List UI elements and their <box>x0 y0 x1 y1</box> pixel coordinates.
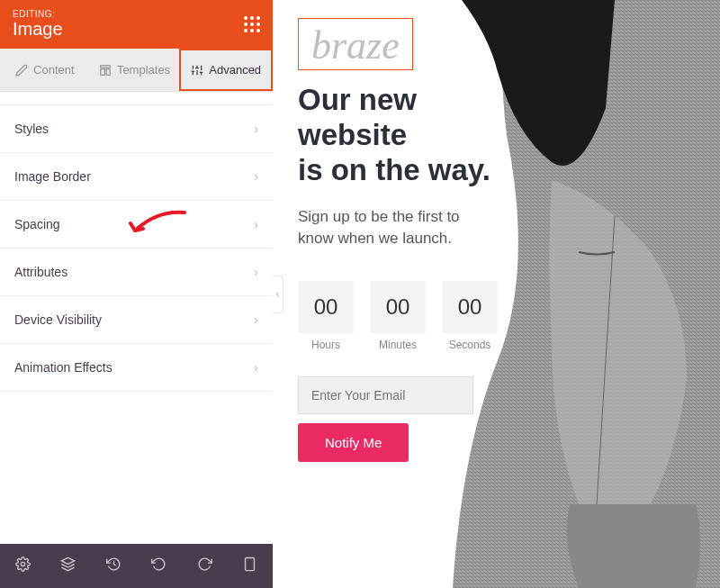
tab-label: Templates <box>117 63 170 77</box>
svg-rect-2 <box>106 68 110 74</box>
sliders-icon <box>191 64 203 77</box>
mobile-icon[interactable] <box>242 556 257 575</box>
brand-logo: braze <box>311 26 400 66</box>
chevron-right-icon: › <box>254 169 258 184</box>
countdown-seconds: 00 Seconds <box>442 281 498 351</box>
section-animation-effects[interactable]: Animation Effects › <box>0 344 273 392</box>
section-attributes[interactable]: Attributes › <box>0 249 273 296</box>
chevron-right-icon: › <box>254 360 258 375</box>
settings-sections: Styles › Image Border › Spacing › Attrib… <box>0 92 273 544</box>
section-spacing[interactable]: Spacing › <box>0 201 273 249</box>
logo-selection-box[interactable]: braze <box>298 18 413 70</box>
svg-rect-1 <box>101 68 105 74</box>
section-label: Styles <box>14 122 49 136</box>
section-label: Spacing <box>14 217 60 231</box>
countdown-value: 00 <box>298 281 354 333</box>
countdown-label: Minutes <box>370 339 426 351</box>
countdown-label: Hours <box>298 339 354 351</box>
undo-icon[interactable] <box>151 556 166 575</box>
editor-footer <box>0 544 273 588</box>
annotation-arrow-icon <box>122 205 194 250</box>
template-icon <box>99 64 112 77</box>
email-input[interactable] <box>298 376 473 414</box>
editing-label: EDITING: <box>13 9 63 19</box>
settings-icon[interactable] <box>15 556 31 575</box>
chevron-right-icon: › <box>254 312 258 327</box>
countdown-value: 00 <box>442 281 498 333</box>
section-image-border[interactable]: Image Border › <box>0 153 273 201</box>
section-label: Device Visibility <box>14 312 102 327</box>
preview-content: braze Our new website is on the way. Sig… <box>273 0 547 462</box>
countdown-minutes: 00 Minutes <box>370 281 426 351</box>
redo-icon[interactable] <box>197 556 212 575</box>
editor-sidebar: EDITING: Image Content Templates Advance… <box>0 0 273 588</box>
editor-header: EDITING: Image <box>0 0 273 49</box>
section-label: Animation Effects <box>14 360 112 375</box>
apps-grid-icon[interactable] <box>244 16 260 32</box>
svg-marker-13 <box>62 557 75 564</box>
section-styles[interactable]: Styles › <box>0 104 273 153</box>
tab-content[interactable]: Content <box>0 49 90 91</box>
svg-rect-14 <box>246 557 255 570</box>
headline: Our new website is on the way. <box>298 83 547 188</box>
svg-rect-0 <box>101 65 111 67</box>
svg-point-12 <box>21 562 24 565</box>
subtext: Sign up to be the first to know when we … <box>298 206 547 249</box>
chevron-right-icon: › <box>254 265 258 279</box>
history-icon[interactable] <box>106 556 122 575</box>
countdown-value: 00 <box>370 281 426 333</box>
countdown-hours: 00 Hours <box>298 281 354 351</box>
chevron-right-icon: › <box>254 217 258 231</box>
section-label: Attributes <box>14 265 68 279</box>
section-device-visibility[interactable]: Device Visibility › <box>0 296 273 344</box>
chevron-right-icon: › <box>254 122 258 136</box>
section-label: Image Border <box>14 169 91 184</box>
editor-tabs: Content Templates Advanced <box>0 49 273 92</box>
tab-advanced[interactable]: Advanced <box>179 49 273 91</box>
tab-templates[interactable]: Templates <box>90 49 180 91</box>
editing-title: Image <box>13 19 63 40</box>
countdown-label: Seconds <box>442 339 498 351</box>
notify-button[interactable]: Notify Me <box>298 423 409 462</box>
tab-label: Advanced <box>209 63 261 77</box>
tab-label: Content <box>33 63 75 77</box>
preview-canvas: ‹ braze Our new website is on the way. S… <box>273 0 720 588</box>
countdown: 00 Hours 00 Minutes 00 Seconds <box>298 281 547 351</box>
layers-icon[interactable] <box>60 556 76 575</box>
pencil-icon <box>15 64 28 77</box>
